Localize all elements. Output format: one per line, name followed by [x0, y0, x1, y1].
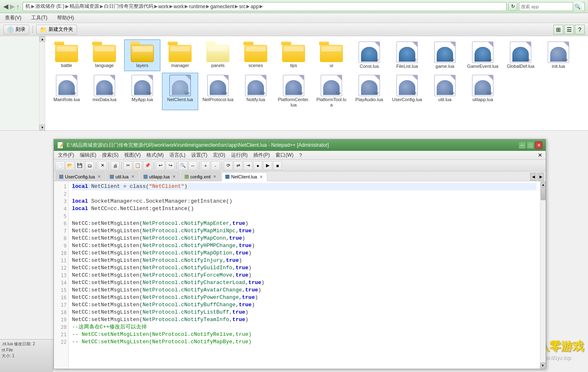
npp-close-file-btn[interactable]: ✕: [98, 161, 107, 170]
file-myapp-lua[interactable]: lua MyApp.lua: [124, 73, 160, 110]
scroll-up-btn[interactable]: ▲: [541, 182, 546, 187]
file-globaldef-lua[interactable]: lua GlobalDef.lua: [502, 39, 539, 71]
npp-toolbar-sep6: [199, 162, 199, 169]
file-mixdata-lua[interactable]: lua mixData.lua: [86, 73, 123, 110]
refresh-button[interactable]: ↻: [508, 2, 517, 11]
file-netprotocol-lua[interactable]: lua NetProtocol.lua: [200, 73, 236, 110]
burn-button[interactable]: 💿 刻录: [3, 25, 29, 35]
npp-redo-btn[interactable]: ↪: [166, 161, 175, 170]
tab-close-icon[interactable]: ✕: [259, 174, 264, 179]
code-scrollbar-vertical[interactable]: ▲ ▼: [540, 181, 546, 369]
file-init-lua[interactable]: lua init.lua: [540, 39, 576, 71]
file-game-lua[interactable]: lua game.lua: [427, 39, 463, 71]
npp-menu-format[interactable]: 格式(M): [144, 151, 166, 159]
file-const-lua[interactable]: lua Const.lua: [351, 39, 387, 71]
tab-scroll-left[interactable]: ◀: [530, 173, 537, 181]
scroll-thumb[interactable]: [541, 188, 546, 200]
back-icon[interactable]: ◀: [3, 2, 8, 10]
npp-close-icon[interactable]: ✕: [536, 152, 544, 158]
file-platformcenter-lua[interactable]: lua PlatformCenter.lua: [275, 73, 312, 110]
view-grid-button[interactable]: ⊞: [553, 25, 563, 35]
close-button[interactable]: ✕: [535, 141, 542, 149]
file-userconfig-lua[interactable]: lua UserConfig.lua: [389, 73, 425, 110]
sidebar-scrollbar[interactable]: ▲ ▼: [39, 36, 45, 130]
npp-wrap-btn[interactable]: ⇌: [234, 161, 243, 170]
tab-scroll-right[interactable]: ▶: [537, 173, 544, 181]
file-utilapp-lua[interactable]: lua utilapp.lua: [465, 73, 501, 110]
npp-menu-view[interactable]: 视图(V): [122, 151, 143, 159]
scroll-up-arrow[interactable]: ▲: [39, 36, 45, 42]
folder-manager[interactable]: manager: [162, 39, 198, 71]
npp-menu-window[interactable]: 窗口(W): [273, 151, 296, 159]
minimize-button[interactable]: ─: [519, 141, 526, 149]
tab-close-icon[interactable]: ✕: [171, 174, 176, 179]
npp-new-btn[interactable]: 📄: [56, 161, 65, 170]
npp-cut-btn[interactable]: ✂: [123, 161, 132, 170]
tab-config-xml[interactable]: config.xml ✕: [181, 172, 221, 181]
npp-menu-macro[interactable]: 宏(O): [211, 151, 227, 159]
search-button[interactable]: 🔍: [573, 2, 582, 11]
help-view-button[interactable]: ?: [575, 25, 585, 35]
npp-zoom-in-btn[interactable]: +: [201, 161, 210, 170]
npp-print-btn[interactable]: 🖨: [111, 161, 120, 170]
npp-open-btn[interactable]: 📂: [65, 161, 74, 170]
npp-app-icon: 📝: [57, 142, 64, 148]
npp-menu-help[interactable]: ?: [297, 151, 305, 159]
scroll-down-arrow[interactable]: ▼: [39, 125, 45, 130]
tab-close-icon[interactable]: ✕: [97, 174, 102, 179]
tab-close-icon[interactable]: ✕: [130, 174, 135, 179]
npp-menu-plugins[interactable]: 插件(P): [251, 151, 272, 159]
file-filelist-lua[interactable]: lua FileList.lua: [389, 39, 425, 71]
folder-language[interactable]: language: [86, 39, 123, 71]
npp-record-btn[interactable]: ●: [253, 161, 262, 170]
search-input[interactable]: [519, 4, 573, 9]
menu-help[interactable]: 帮助(H): [56, 14, 76, 21]
npp-find-btn[interactable]: 🔍: [178, 161, 188, 170]
view-list-button[interactable]: ☰: [564, 25, 574, 35]
npp-play-btn[interactable]: ▶: [263, 161, 272, 170]
file-util-lua[interactable]: lua util.lua: [427, 73, 463, 110]
npp-sync-btn[interactable]: ⟳: [224, 161, 233, 170]
folder-ui[interactable]: ui: [313, 39, 350, 71]
npp-menu-settings[interactable]: 设置(T): [189, 151, 210, 159]
file-notify-lua[interactable]: lua Notify.lua: [238, 73, 274, 110]
tab-netclient[interactable]: NetClient.lua ✕: [222, 172, 267, 181]
menu-view[interactable]: 查看(V): [3, 14, 23, 21]
npp-menu-search[interactable]: 搜索(S): [100, 151, 121, 159]
tab-close-icon[interactable]: ✕: [212, 174, 217, 179]
npp-paste-btn[interactable]: 📌: [143, 161, 152, 170]
tab-utilapp[interactable]: utilapp.lua ✕: [140, 172, 180, 181]
forward-icon[interactable]: ▶: [10, 2, 15, 10]
maximize-button[interactable]: □: [527, 141, 534, 149]
file-mainrole-lua[interactable]: lua MainRole.lua: [49, 73, 85, 110]
npp-save-btn[interactable]: 💾: [75, 161, 84, 170]
up-icon[interactable]: ↑: [16, 3, 19, 10]
folder-tips[interactable]: tips: [275, 39, 312, 71]
npp-menu-edit[interactable]: 编辑(E): [77, 151, 99, 159]
tab-util[interactable]: util.lua ✕: [106, 172, 139, 181]
npp-undo-btn[interactable]: ↩: [156, 161, 165, 170]
file-netclient-lua[interactable]: lua NetClient.lua: [162, 73, 198, 110]
code-content[interactable]: local NetClient = class("NetClient") loc…: [69, 181, 540, 369]
new-folder-button[interactable]: 📁 新建文件夹: [36, 25, 77, 35]
scroll-down-btn[interactable]: ▼: [540, 363, 545, 368]
tab-userconfig[interactable]: UserConfig.lua ✕: [56, 172, 105, 181]
npp-indent-btn[interactable]: ⇥: [243, 161, 252, 170]
address-path[interactable]: 机 ▶ 游戏储存 (E:) ▶ 精品商城资源 ▶ 白日门传奇完整源代码 ▶ wo…: [23, 2, 507, 11]
file-gameevent-lua[interactable]: lua GameEvent.lua: [465, 39, 501, 71]
npp-replace-btn[interactable]: ↔: [188, 161, 197, 170]
npp-stop-btn[interactable]: ■: [273, 161, 282, 170]
file-platformtool-lua[interactable]: lua PlatformTool.lua: [313, 73, 350, 110]
npp-save-all-btn[interactable]: 🗂: [85, 161, 94, 170]
folder-scenes[interactable]: scenes: [238, 39, 274, 71]
folder-battle[interactable]: battle: [49, 39, 85, 71]
folder-panels[interactable]: panels: [200, 39, 236, 71]
npp-copy-btn[interactable]: 📋: [133, 161, 142, 170]
npp-menu-file[interactable]: 文件(F): [56, 151, 76, 159]
npp-menu-run[interactable]: 运行(R): [229, 151, 250, 159]
npp-zoom-out-btn[interactable]: -: [211, 161, 220, 170]
file-playaudio-lua[interactable]: lua PlayAudio.lua: [351, 73, 387, 110]
folder-layers[interactable]: layers: [124, 39, 160, 71]
npp-menu-language[interactable]: 语言(L): [167, 151, 188, 159]
menu-tools[interactable]: 工具(T): [30, 14, 49, 21]
